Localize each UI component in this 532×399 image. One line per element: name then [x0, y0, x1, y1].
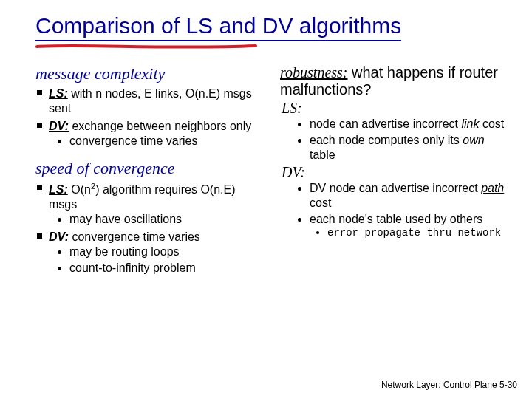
list-message-complexity: LS: with n nodes, E links, O(n.E) msgs s…: [35, 86, 267, 149]
list-robustness-dv: DV node can advertise incorrect path cos…: [280, 181, 511, 240]
robustness-label: robustness:: [280, 64, 347, 81]
text: node can advertise incorrect: [310, 117, 461, 130]
text: DV node can advertise incorrect: [310, 182, 481, 194]
text: each node's table used by others: [310, 213, 482, 225]
text: cost: [479, 117, 504, 130]
text: cost: [310, 197, 331, 209]
list-item: error propagate thru network: [327, 227, 511, 240]
list-item: node can advertise incorrect link cost: [310, 117, 511, 132]
list-item: DV node can advertise incorrect path cos…: [310, 181, 511, 211]
list-item: count-to-infinity problem: [69, 261, 267, 276]
heading-robustness: robustness: what happens if router malfu…: [280, 64, 511, 98]
columns: message complexity LS: with n nodes, E l…: [35, 64, 511, 279]
marker-stroke-icon: [35, 43, 257, 50]
list-item: LS: with n nodes, E links, O(n.E) msgs s…: [49, 86, 267, 116]
list-item: may have oscillations: [69, 212, 267, 227]
dv-section-label: DV:: [282, 164, 511, 181]
slide-footer: Network Layer: Control Plane 5-30: [381, 380, 517, 390]
ls-label: LS:: [49, 87, 68, 100]
heading-speed-convergence: speed of convergence: [35, 159, 267, 178]
list-speed-convergence: LS: O(n2) algorithm requires O(n.E) msgs…: [35, 181, 267, 276]
ls-label: LS:: [49, 183, 68, 196]
text: with n nodes, E links, O(n.E) msgs sent: [49, 87, 252, 115]
list-robustness-ls: node can advertise incorrect link cost e…: [280, 117, 511, 163]
slide-title: Comparison of LS and DV algorithms: [35, 13, 401, 41]
dv-label: DV:: [49, 120, 69, 132]
list-item: each node's table used by others error p…: [310, 212, 511, 240]
list-item: each node computes only its own table: [310, 133, 511, 163]
emph-link: link: [461, 117, 479, 130]
right-column: robustness: what happens if router malfu…: [280, 64, 511, 279]
heading-message-complexity: message complexity: [35, 64, 267, 83]
text: convergence time varies: [69, 231, 200, 243]
list-item: DV: convergence time varies may be routi…: [49, 230, 267, 276]
red-underline: [35, 43, 257, 47]
left-column: message complexity LS: with n nodes, E l…: [35, 64, 267, 279]
dv-label: DV:: [49, 231, 69, 243]
text: O(n: [68, 183, 91, 196]
list-item: convergence time varies: [69, 134, 267, 149]
text: exchange between neighbors only: [69, 120, 251, 132]
list-item: DV: exchange between neighbors only conv…: [49, 119, 267, 149]
list-item: LS: O(n2) algorithm requires O(n.E) msgs…: [49, 181, 267, 227]
emph-path: path: [481, 182, 504, 194]
emph-own: own: [463, 134, 484, 146]
list-item: may be routing loops: [69, 245, 267, 259]
text: each node computes only its: [310, 134, 463, 146]
ls-section-label: LS:: [282, 100, 511, 117]
text: table: [310, 149, 335, 161]
